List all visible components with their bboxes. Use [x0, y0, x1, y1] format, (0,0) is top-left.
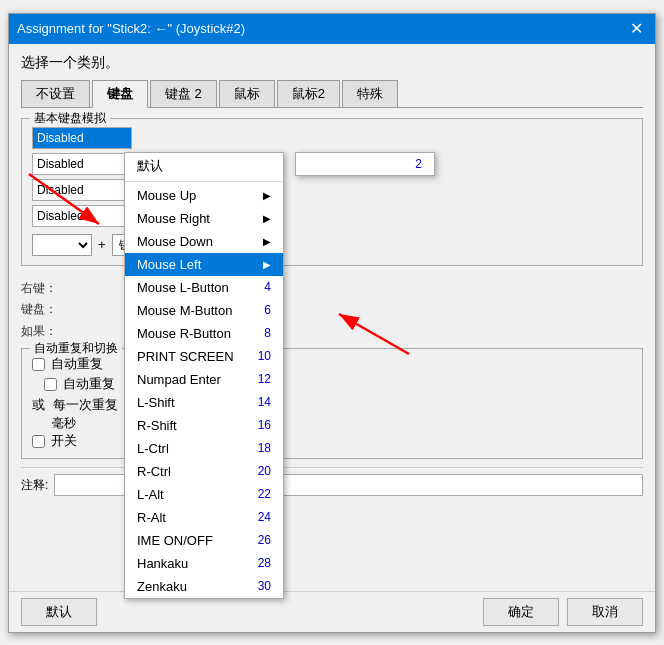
ctx-lctrl-num: 18: [258, 441, 271, 455]
key-select-1[interactable]: [32, 234, 92, 256]
info-line-3: 如果：: [21, 321, 643, 343]
ctx-ime-num: 26: [258, 533, 271, 547]
basic-keyboard-title: 基本键盘模拟: [30, 110, 110, 127]
main-window: Assignment for "Stick2: ←" (Joystick#2) …: [8, 13, 656, 633]
ctx-item-mouse-lbutton[interactable]: Mouse L-Button 4: [125, 276, 283, 299]
note-row: 注释:: [21, 467, 643, 496]
ctx-item-mouse-left[interactable]: Mouse Left ▶: [125, 253, 283, 276]
tab-keyboard2[interactable]: 键盘 2: [150, 80, 217, 108]
ctx-print-screen-num: 10: [258, 349, 271, 363]
title-bar: Assignment for "Stick2: ←" (Joystick#2) …: [9, 14, 655, 44]
ctx-mouse-right-label: Mouse Right: [137, 211, 210, 226]
ctx-mouse-mbutton-num: 6: [264, 303, 271, 317]
ctx-item-rctrl[interactable]: R-Ctrl 20: [125, 460, 283, 483]
ok-button[interactable]: 确定: [483, 598, 559, 626]
disabled-input-4[interactable]: [32, 205, 132, 227]
disabled-input-1[interactable]: [32, 127, 132, 149]
disabled-row-3: [32, 179, 632, 201]
tab-mouse[interactable]: 鼠标: [219, 80, 275, 108]
section-label: 选择一个类别。: [21, 54, 643, 72]
ctx-hankaku-label: Hankaku: [137, 556, 188, 571]
switch-check-row: 开关: [32, 432, 632, 450]
ctx-item-mouse-rbutton[interactable]: Mouse R-Button 8: [125, 322, 283, 345]
info-line-1: 右键：: [21, 278, 643, 300]
auto-repeat2-label: 自动重复: [63, 375, 115, 393]
ctx-numpad-enter-num: 12: [258, 372, 271, 386]
tab-special[interactable]: 特殊: [342, 80, 398, 108]
info-line-2: 键盘：: [21, 299, 643, 321]
basic-keyboard-group: 基本键盘模拟 + 键1 设置: [21, 118, 643, 266]
context-menu: 默认 Mouse Up ▶ Mouse Right ▶ Mouse Down ▶…: [124, 152, 284, 599]
ctx-ime-label: IME ON/OFF: [137, 533, 213, 548]
auto-repeat2-checkbox[interactable]: [44, 378, 57, 391]
ctx-zenkaku-label: Zenkaku: [137, 579, 187, 594]
ctx-mouse-lbutton-label: Mouse L-Button: [137, 280, 229, 295]
ctx-lalt-label: L-Alt: [137, 487, 164, 502]
tab-keyboard[interactable]: 键盘: [92, 80, 148, 108]
disabled-input-3[interactable]: [32, 179, 132, 201]
ctx-item-rshift[interactable]: R-Shift 16: [125, 414, 283, 437]
ctx-lalt-num: 22: [258, 487, 271, 501]
ctx-item-mouse-down[interactable]: Mouse Down ▶: [125, 230, 283, 253]
ctx-mouse-rbutton-num: 8: [264, 326, 271, 340]
ctx-item-lctrl[interactable]: L-Ctrl 18: [125, 437, 283, 460]
ctx-mouse-left-arrow: ▶: [263, 259, 271, 270]
tab-mouse2[interactable]: 鼠标2: [277, 80, 340, 108]
disabled-row-1: [32, 127, 632, 149]
ctx-rshift-label: R-Shift: [137, 418, 177, 433]
tab-no-assign[interactable]: 不设置: [21, 80, 90, 108]
bottom-bar: 默认 确定 取消: [9, 591, 655, 632]
ctx-mouse-up-label: Mouse Up: [137, 188, 196, 203]
repeat-label: 每一次重复: [53, 396, 118, 414]
disabled-input-2[interactable]: [32, 153, 132, 175]
sub-item-2-num: 2: [415, 157, 422, 171]
ctx-rctrl-label: R-Ctrl: [137, 464, 171, 479]
ctx-mouse-down-label: Mouse Down: [137, 234, 213, 249]
ctx-rctrl-num: 20: [258, 464, 271, 478]
ctx-item-mouse-mbutton[interactable]: Mouse M-Button 6: [125, 299, 283, 322]
ctx-mouse-right-arrow: ▶: [263, 213, 271, 224]
tab-bar: 不设置 键盘 键盘 2 鼠标 鼠标2 特殊: [21, 80, 643, 108]
ctx-mouse-left-label: Mouse Left: [137, 257, 201, 272]
disabled-row-4: [32, 205, 632, 227]
ctx-item-numpad-enter[interactable]: Numpad Enter 12: [125, 368, 283, 391]
submenu-mouse-left: 2: [295, 152, 435, 176]
ctx-lctrl-label: L-Ctrl: [137, 441, 169, 456]
ctx-rshift-num: 16: [258, 418, 271, 432]
ctx-item-ralt[interactable]: R-Alt 24: [125, 506, 283, 529]
switch-checkbox[interactable]: [32, 435, 45, 448]
ctx-item-lshift[interactable]: L-Shift 14: [125, 391, 283, 414]
ctx-divider-1: [125, 181, 283, 182]
ctx-mouse-rbutton-label: Mouse R-Button: [137, 326, 231, 341]
ctx-item-ime[interactable]: IME ON/OFF 26: [125, 529, 283, 552]
ctx-ralt-label: R-Alt: [137, 510, 166, 525]
auto-row: 或 每一次重复 秒: [32, 395, 632, 415]
auto-repeat-title: 自动重复和切换: [30, 340, 122, 357]
ctx-ralt-num: 24: [258, 510, 271, 524]
default-button[interactable]: 默认: [21, 598, 97, 626]
ctx-item-mouse-right[interactable]: Mouse Right ▶: [125, 207, 283, 230]
ctx-item-print-screen[interactable]: PRINT SCREEN 10: [125, 345, 283, 368]
note-label: 注释:: [21, 477, 48, 494]
ctx-item-lalt[interactable]: L-Alt 22: [125, 483, 283, 506]
ctx-item-mouse-up[interactable]: Mouse Up ▶: [125, 184, 283, 207]
ctx-item-zenkaku[interactable]: Zenkaku 30: [125, 575, 283, 598]
plus-label: +: [98, 237, 106, 252]
window-body: 选择一个类别。 不设置 键盘 键盘 2 鼠标 鼠标2 特殊 基本键盘模拟: [9, 44, 655, 591]
ctx-mouse-down-arrow: ▶: [263, 236, 271, 247]
switch-label: 开关: [51, 432, 77, 450]
auto-repeat-group: 自动重复和切换 自动重复 自动重复 或 每一次重复 秒 毫秒 开关: [21, 348, 643, 459]
ctx-item-default[interactable]: 默认: [125, 153, 283, 179]
ctx-lshift-num: 14: [258, 395, 271, 409]
or-label: 或: [32, 396, 45, 414]
info-section: 右键： 键盘： 如果：: [21, 278, 643, 343]
close-button[interactable]: ✕: [625, 18, 647, 40]
sub-item-2[interactable]: 2: [296, 153, 434, 175]
auto-repeat-checkbox[interactable]: [32, 358, 45, 371]
ctx-numpad-enter-label: Numpad Enter: [137, 372, 221, 387]
ctx-item-hankaku[interactable]: Hankaku 28: [125, 552, 283, 575]
ctx-print-screen-label: PRINT SCREEN: [137, 349, 234, 364]
cancel-button[interactable]: 取消: [567, 598, 643, 626]
ok-cancel-group: 确定 取消: [483, 598, 643, 626]
ctx-lshift-label: L-Shift: [137, 395, 175, 410]
